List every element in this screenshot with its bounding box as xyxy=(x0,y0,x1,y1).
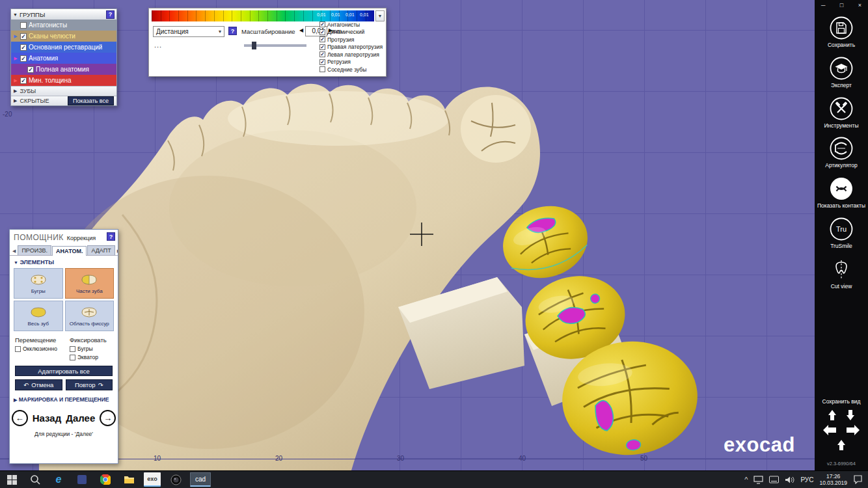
close-button[interactable]: × xyxy=(858,2,861,8)
option-retrusion[interactable]: ✓Ретрузия xyxy=(319,59,386,66)
back-button[interactable]: ← xyxy=(12,410,28,426)
option-dynamic[interactable]: ✓Динамический xyxy=(319,29,386,36)
notification-icon[interactable] xyxy=(853,475,863,484)
checkbox[interactable] xyxy=(319,66,325,72)
group-checkbox[interactable]: ✓ xyxy=(20,44,27,51)
start-button[interactable] xyxy=(0,471,23,488)
checkbox[interactable] xyxy=(70,346,75,352)
option-adjacent-teeth[interactable]: Соседние зубы xyxy=(319,66,386,73)
toolbar-item-trusmile[interactable]: Tru TruSmile xyxy=(828,216,854,250)
teeth-section-header[interactable]: ▶ ЗУБЫ xyxy=(11,86,116,96)
tool-fissure-area[interactable]: Область фиссур xyxy=(65,301,115,331)
next-button[interactable]: → xyxy=(100,410,116,426)
group-row-min-thickness[interactable]: ▶ ✓ Мин. толщина xyxy=(11,75,116,86)
spinner-left-button[interactable]: ◀ xyxy=(299,27,303,33)
undo-button[interactable]: ↶Отмена xyxy=(15,379,62,390)
taskbar-app-edge[interactable]: e xyxy=(47,471,70,488)
clock[interactable]: 17:26 10.03.2019 xyxy=(819,473,847,486)
arrow-left-button[interactable] xyxy=(822,423,837,437)
checkbox[interactable] xyxy=(15,346,21,352)
more-label[interactable]: ... xyxy=(154,41,162,49)
taskbar-app-exo[interactable]: exo xyxy=(144,472,161,487)
expand-arrow-icon[interactable]: ▶ xyxy=(13,34,18,39)
keyboard-icon[interactable] xyxy=(769,476,779,483)
slider-handle[interactable] xyxy=(252,42,256,49)
group-checkbox[interactable] xyxy=(20,22,27,29)
toolbar-item-save[interactable]: Сохранить xyxy=(828,15,855,49)
distance-color-scale[interactable] xyxy=(152,10,374,21)
group-checkbox[interactable]: ✓ xyxy=(20,77,27,84)
checkbox[interactable]: ✓ xyxy=(319,51,325,57)
toolbar-item-cut-view[interactable]: Cut view xyxy=(828,256,854,290)
option-antagonists[interactable]: ✓Антагонисты xyxy=(319,21,386,28)
groups-panel-header[interactable]: ▼ ГРУППЫ ? xyxy=(11,9,116,20)
taskbar-app-recorder[interactable] xyxy=(164,471,187,488)
option-occlusal[interactable]: Окклюзионно xyxy=(15,346,70,352)
scale-dropdown-button[interactable]: ▼ xyxy=(375,10,385,21)
back-label[interactable]: Назад xyxy=(33,413,61,424)
speaker-icon[interactable] xyxy=(785,476,794,484)
help-button[interactable]: ? xyxy=(228,27,237,35)
checkbox[interactable]: ✓ xyxy=(319,59,325,65)
expand-arrow-icon[interactable]: ▶ xyxy=(13,56,18,61)
next-label[interactable]: Далее xyxy=(66,413,95,424)
checkbox[interactable]: ✓ xyxy=(319,21,325,27)
hidden-icons-button[interactable]: ^ xyxy=(744,476,748,483)
checkbox[interactable]: ✓ xyxy=(319,44,325,50)
taskbar-app-explorer[interactable] xyxy=(117,471,141,488)
tool-tooth-parts[interactable]: Части зуба xyxy=(65,268,115,299)
checkbox[interactable]: ✓ xyxy=(319,36,325,42)
option-protrusion[interactable]: ✓Протрузия xyxy=(319,36,386,43)
help-button[interactable]: ? xyxy=(107,232,115,241)
group-row-jaw-scans[interactable]: ▶ ✓ Сканы челюсти xyxy=(11,31,116,42)
arrow-up-single-button[interactable] xyxy=(835,437,848,453)
option-fix-cusps[interactable]: Бугры xyxy=(70,346,98,352)
hidden-section-header[interactable]: ▶ СКРЫТЫЕ Показать все xyxy=(11,96,116,105)
scaling-slider[interactable] xyxy=(244,44,306,47)
redo-button[interactable]: Повтор↷ xyxy=(66,379,113,390)
checkbox[interactable] xyxy=(70,355,75,360)
group-checkbox[interactable]: ✓ xyxy=(20,55,27,62)
tab-scroll-right-icon[interactable]: ▶ xyxy=(116,249,118,255)
arrow-right-button[interactable] xyxy=(845,423,861,437)
group-row-restoration-bases[interactable]: ✓ Основания реставраций xyxy=(11,42,116,53)
toolbar-item-expert[interactable]: Эксперт xyxy=(828,55,854,89)
group-checkbox[interactable]: ✓ xyxy=(27,66,34,73)
3d-scene[interactable] xyxy=(0,0,815,470)
minimize-button[interactable]: ─ xyxy=(821,2,825,8)
tab-anatomy[interactable]: АНАТОМ. xyxy=(52,246,87,256)
checkbox[interactable]: ✓ xyxy=(319,29,325,35)
elements-section-header[interactable]: ▼ ЭЛЕМЕНТЫ xyxy=(10,255,118,267)
toolbar-item-tools[interactable]: Инструменты xyxy=(824,96,858,129)
tool-whole-tooth[interactable]: Весь зуб xyxy=(14,301,63,331)
group-row-antagonists[interactable]: Антагонисты xyxy=(11,20,116,31)
option-right-laterotrusion[interactable]: ✓Правая латеротрузия xyxy=(319,44,386,51)
taskbar-app-chrome[interactable] xyxy=(94,471,117,488)
group-checkbox[interactable]: ✓ xyxy=(20,33,27,40)
monitor-icon[interactable] xyxy=(753,476,763,484)
tab-production[interactable]: ПРОИЗВ. xyxy=(18,245,51,255)
arrow-up-button[interactable] xyxy=(826,407,839,423)
tab-adapt[interactable]: АДАПТ xyxy=(87,245,115,255)
group-row-anatomy[interactable]: ▶ ✓ Анатомия xyxy=(11,53,116,64)
group-row-full-anatomy[interactable]: ✓ Полная анатомия xyxy=(11,64,116,75)
tool-cusps[interactable]: Бугры xyxy=(14,268,63,299)
option-fix-equator[interactable]: Экватор xyxy=(70,354,98,360)
tab-scroll-left-icon[interactable]: ◀ xyxy=(11,249,17,255)
toolbar-item-show-contacts[interactable]: Показать контакты xyxy=(817,176,865,210)
taskbar-app-generic[interactable] xyxy=(70,471,94,488)
option-left-laterotrusion[interactable]: ✓Левая латеротрузия xyxy=(319,51,386,58)
search-button[interactable] xyxy=(23,471,47,488)
toolbar-item-articulator[interactable]: Артикулятор xyxy=(825,135,858,169)
show-all-button[interactable]: Показать все xyxy=(68,96,114,105)
taskbar-app-cad[interactable]: cad xyxy=(190,472,211,487)
arrow-down-button[interactable] xyxy=(844,407,857,423)
help-button[interactable]: ? xyxy=(106,10,115,19)
restore-button[interactable]: □ xyxy=(840,2,843,8)
language-indicator[interactable]: РУС xyxy=(800,476,813,483)
marking-section-header[interactable]: ▶ МАРКИРОВКА И ПЕРЕМЕЩЕНИЕ xyxy=(10,390,118,405)
expand-arrow-icon[interactable]: ▶ xyxy=(13,78,18,83)
adapt-all-button[interactable]: Адаптировать все xyxy=(15,366,113,376)
viewport-3d[interactable]: 10 20 30 40 50 -20 exocad xyxy=(0,0,815,470)
mode-select[interactable]: Дистанция ▾ xyxy=(153,26,224,37)
